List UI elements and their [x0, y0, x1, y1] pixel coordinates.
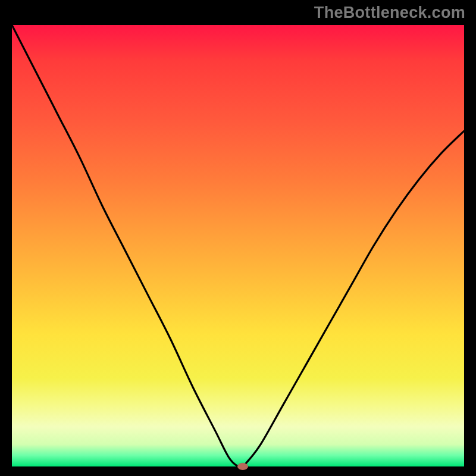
watermark-label: TheBottleneck.com: [314, 4, 465, 22]
chart-frame: TheBottleneck.com: [0, 0, 476, 476]
optimum-marker: [237, 463, 248, 470]
bottleneck-curve: [12, 25, 464, 466]
plot-area: [12, 25, 464, 466]
